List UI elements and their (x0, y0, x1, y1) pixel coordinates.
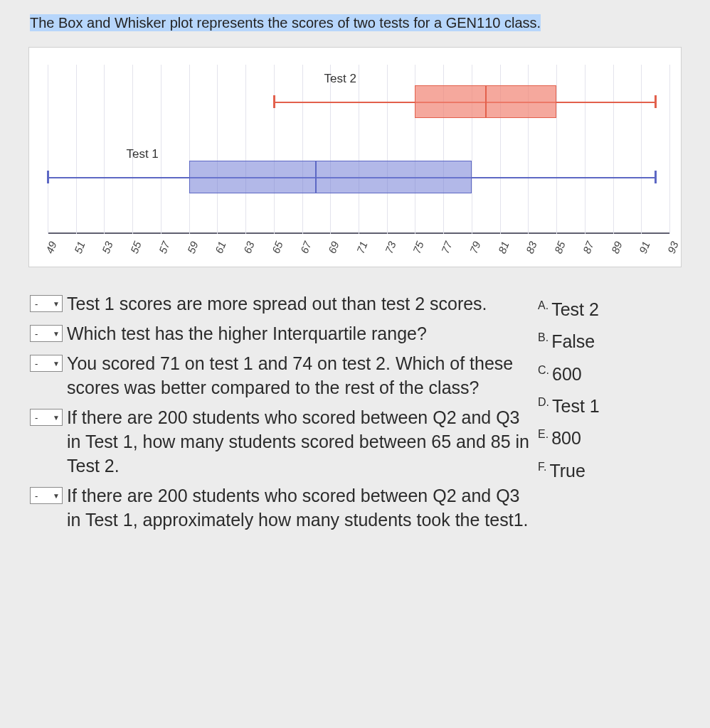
gridline (613, 65, 614, 234)
question-text: If there are 200 students who scored bet… (67, 405, 531, 478)
median-line (485, 85, 487, 118)
question-row: -▼If there are 200 students who scored b… (30, 405, 531, 478)
dropdown-value: - (35, 299, 38, 309)
answer-letter: A. (538, 299, 549, 311)
gridline (330, 65, 331, 234)
answer-text: Test 1 (552, 396, 600, 416)
gridline (302, 65, 303, 234)
x-tick-label: 61 (213, 240, 228, 255)
answer-option: F.True (538, 453, 680, 485)
question-row: -▼Which test has the higher Interquartil… (30, 321, 531, 346)
answer-text: Test 2 (551, 299, 599, 319)
whisker-cap (655, 95, 657, 108)
question-prompt: The Box and Whisker plot represents the … (30, 13, 701, 33)
question-text: If there are 200 students who scored bet… (67, 483, 531, 532)
chevron-down-icon: ▼ (53, 360, 60, 368)
x-tick-label: 59 (184, 240, 200, 255)
x-tick-label: 79 (467, 240, 483, 255)
answer-dropdown[interactable]: -▼ (30, 295, 63, 312)
x-tick-label: 83 (524, 240, 539, 255)
answer-dropdown[interactable]: -▼ (30, 487, 63, 504)
x-tick-label: 85 (552, 240, 568, 255)
whisker-cap (47, 171, 49, 183)
series-label: Test 2 (324, 72, 356, 86)
chevron-down-icon: ▼ (53, 414, 60, 422)
gridline (359, 65, 359, 234)
dropdown-value: - (35, 328, 38, 339)
answer-text: 600 (552, 364, 582, 384)
answer-key-list: A.Test 2B.FalseC.600D.Test 1E.800F.True (538, 291, 680, 485)
answer-dropdown[interactable]: -▼ (30, 355, 63, 372)
answer-dropdown[interactable]: -▼ (30, 409, 63, 426)
answer-option: C.600 (538, 356, 680, 388)
gridline (217, 65, 218, 234)
answer-letter: B. (538, 331, 549, 343)
dropdown-value: - (35, 358, 38, 369)
x-tick-label: 63 (241, 240, 257, 255)
gridline (585, 65, 586, 234)
x-tick-label: 69 (326, 240, 341, 255)
whisker-cap (273, 95, 275, 108)
question-text: Which test has the higher Interquartile … (67, 321, 427, 346)
answer-option: B.False (538, 323, 680, 355)
x-tick-label: 93 (665, 240, 681, 255)
answer-letter: D. (538, 396, 549, 408)
whisker-cap (655, 171, 657, 183)
question-text: Test 1 scores are more spread out than t… (67, 291, 487, 316)
gridline (669, 65, 670, 234)
x-tick-label: 73 (382, 240, 398, 255)
prompt-text: The Box and Whisker plot represents the … (30, 14, 541, 31)
gridline (104, 65, 105, 234)
page-root: The Box and Whisker plot represents the … (0, 0, 710, 559)
x-tick-label: 49 (43, 240, 59, 255)
gridline (76, 65, 77, 234)
x-tick-label: 55 (128, 240, 144, 255)
answer-text: True (549, 461, 585, 481)
series-label: Test 1 (126, 147, 158, 161)
answer-letter: C. (538, 364, 549, 376)
gridline (48, 65, 48, 234)
gridline (274, 65, 275, 234)
answer-letter: E. (538, 428, 549, 440)
dropdown-value: - (35, 491, 38, 501)
x-tick-label: 89 (608, 240, 624, 255)
chevron-down-icon: ▼ (53, 330, 60, 338)
x-tick-label: 53 (100, 240, 115, 255)
x-tick-label: 91 (637, 240, 652, 255)
answer-option: A.Test 2 (538, 291, 680, 323)
boxplot-chart: Test 1Test 2 495153555759616365676971737… (28, 47, 682, 267)
answer-option: E.800 (538, 420, 680, 452)
gridline (245, 65, 246, 234)
x-tick-label: 71 (354, 240, 370, 255)
iqr-box (189, 161, 472, 193)
gridline (161, 65, 161, 234)
answer-text: False (551, 332, 595, 352)
dropdown-value: - (35, 412, 38, 423)
chevron-down-icon: ▼ (53, 492, 60, 500)
x-tick-label: 51 (71, 240, 87, 255)
answer-letter: F. (538, 461, 546, 473)
x-tick-label: 87 (581, 240, 596, 255)
matching-section: -▼Test 1 scores are more spread out than… (30, 291, 680, 537)
x-tick-label: 57 (157, 240, 172, 255)
question-list: -▼Test 1 scores are more spread out than… (30, 291, 531, 537)
x-tick-label: 65 (270, 240, 285, 255)
gridline (387, 65, 388, 234)
x-tick-label: 75 (410, 240, 426, 255)
question-row: -▼Test 1 scores are more spread out than… (30, 291, 531, 316)
answer-text: 800 (551, 429, 581, 449)
question-row: -▼You scored 71 on test 1 and 74 on test… (30, 351, 531, 400)
answer-dropdown[interactable]: -▼ (30, 325, 63, 342)
gridline (556, 65, 557, 234)
x-tick-label: 81 (495, 240, 511, 255)
plot-area: Test 1Test 2 (48, 65, 669, 234)
x-tick-label: 67 (297, 240, 313, 255)
question-row: -▼If there are 200 students who scored b… (30, 483, 531, 532)
x-tick-label: 77 (439, 240, 455, 255)
median-line (315, 161, 317, 193)
gridline (189, 65, 190, 234)
gridline (641, 65, 642, 234)
answer-option: D.Test 1 (538, 388, 680, 420)
chevron-down-icon: ▼ (53, 300, 60, 308)
x-tick-row: 4951535557596163656769717375777981838587… (48, 237, 669, 262)
